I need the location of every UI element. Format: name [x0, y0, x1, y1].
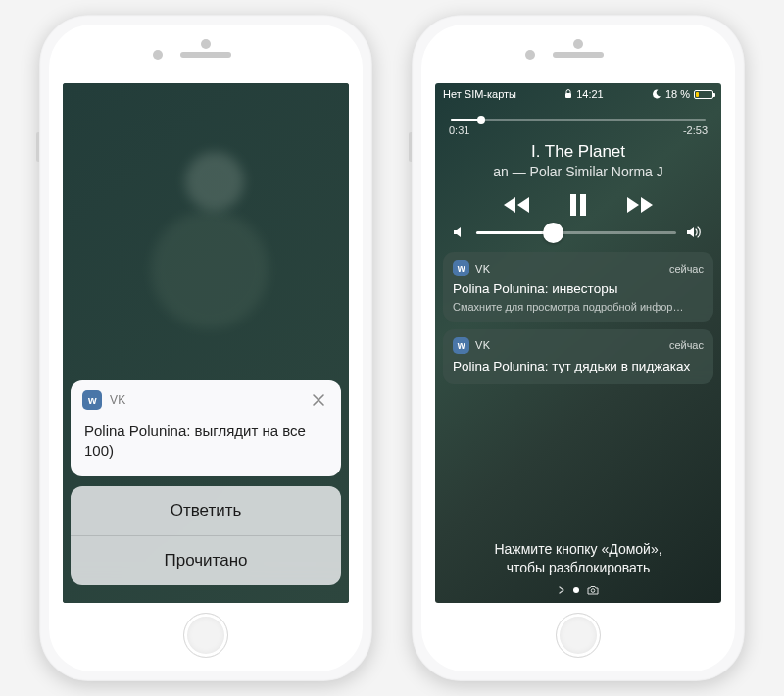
earpiece	[553, 52, 604, 58]
notification-card[interactable]: w VK сейчас Polina Polunina: инвесторы С…	[443, 252, 713, 322]
front-camera	[573, 39, 583, 49]
app-name-label: VK	[475, 339, 663, 351]
volume-high-icon	[686, 226, 704, 238]
volume-low-icon	[453, 226, 466, 238]
forward-button[interactable]	[625, 195, 655, 215]
svg-rect-1	[570, 194, 576, 216]
notification-time: сейчас	[669, 339, 704, 351]
proximity-sensor	[525, 50, 535, 60]
mark-read-button[interactable]: Прочитано	[71, 535, 341, 585]
svg-rect-2	[580, 194, 586, 216]
home-button[interactable]	[556, 613, 601, 658]
chevron-right-icon	[558, 586, 565, 594]
vk-app-icon: w	[453, 260, 469, 276]
track-title: I. The Planet	[449, 142, 708, 162]
notification-card[interactable]: w VK сейчас Polina Polunina: тут дядьки …	[443, 329, 713, 384]
lock-screen: Нет SIM-карты 14:21 18 %	[435, 83, 721, 603]
clock-label: 14:21	[576, 88, 604, 100]
elapsed-time: 0:31	[449, 124, 469, 136]
vk-app-icon: w	[453, 337, 469, 354]
page-dot	[573, 587, 579, 593]
svg-rect-0	[565, 93, 571, 98]
volume-slider[interactable]	[476, 231, 676, 234]
battery-pct-label: 18 %	[665, 88, 690, 100]
home-button[interactable]	[183, 613, 228, 658]
notification-action-sheet: w VK Polina Polunina: выглядит на все 10…	[71, 380, 341, 586]
notification-message: Polina Polunina: инвесторы	[453, 281, 704, 298]
vk-app-icon: w	[82, 390, 102, 410]
carrier-label: Нет SIM-карты	[443, 88, 516, 100]
notification-list: w VK сейчас Polina Polunina: инвесторы С…	[435, 252, 721, 384]
rewind-button[interactable]	[502, 195, 531, 215]
close-icon[interactable]	[308, 391, 329, 409]
lock-icon	[564, 89, 572, 99]
notification-message: Polina Polunina: тут дядьки в пиджаках	[453, 359, 704, 375]
pause-button[interactable]	[568, 193, 588, 217]
unlock-hint: Нажмите кнопку «Домой», чтобы разблокиро…	[435, 540, 721, 577]
notification-time: сейчас	[669, 263, 704, 274]
phone-bezel: Нет SIM-карты 14:21 18 %	[421, 25, 735, 671]
status-bar: Нет SIM-карты 14:21 18 %	[435, 83, 721, 103]
page-indicator[interactable]	[435, 585, 721, 595]
camera-icon[interactable]	[587, 585, 599, 595]
notification-message: Polina Polunina: выглядит на все 100)	[71, 418, 341, 477]
dnd-moon-icon	[652, 89, 662, 99]
app-name-label: VK	[110, 393, 300, 407]
phone-right: Нет SIM-карты 14:21 18 %	[412, 15, 745, 681]
phone-left: w VK Polina Polunina: выглядит на все 10…	[39, 15, 372, 681]
earpiece	[180, 52, 231, 58]
screen: w VK Polina Polunina: выглядит на все 10…	[63, 83, 349, 603]
app-name-label: VK	[475, 263, 663, 274]
scrubber[interactable]	[451, 119, 706, 121]
notification-card[interactable]: w VK Polina Polunina: выглядит на все 10…	[71, 380, 341, 477]
phone-bezel: w VK Polina Polunina: выглядит на все 10…	[49, 25, 363, 671]
front-camera	[201, 39, 211, 49]
battery-icon	[694, 90, 713, 99]
remaining-time: -2:53	[683, 124, 708, 136]
track-subtitle: an — Polar Similar Norma J	[449, 164, 708, 179]
svg-point-3	[591, 589, 595, 593]
notification-hint: Смахните для просмотра подробной инфор…	[453, 301, 704, 313]
proximity-sensor	[153, 50, 163, 60]
action-buttons: Ответить Прочитано	[71, 486, 341, 585]
music-player: 0:31 -2:53 I. The Planet an — Polar Simi…	[435, 103, 721, 252]
reply-button[interactable]: Ответить	[71, 486, 341, 535]
